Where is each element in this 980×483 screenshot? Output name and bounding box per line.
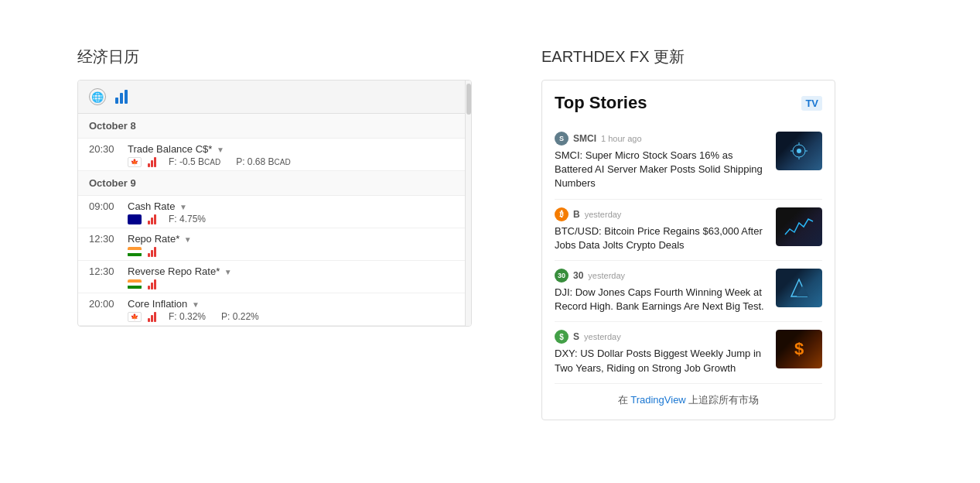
news-thumbnail-smci (776, 132, 822, 170)
event-top: 12:30 Repo Rate* ▼ (89, 233, 460, 245)
source-avatar-smci: S (555, 132, 569, 146)
calendar-toolbar: 🌐 (78, 80, 471, 114)
event-meta: F: -0.5 BCAD P: 0.68 BCAD (89, 156, 460, 167)
chart-icon (784, 215, 814, 238)
globe-icon[interactable]: 🌐 (89, 88, 106, 105)
event-values: F: 4.75% (169, 214, 206, 224)
left-panel: 经济日历 🌐 October 8 20:30 Trade Balance C$*… (77, 46, 480, 420)
flag-canada-2 (128, 312, 142, 322)
news-source-row: $ S yesterday (555, 330, 768, 344)
date-header-oct8: October 8 (78, 114, 471, 139)
source-label: SMCI (573, 133, 596, 144)
thumb-dxy-image: $ (776, 330, 822, 368)
news-source-row: 30 30 yesterday (555, 269, 768, 283)
impact-bars (148, 156, 156, 167)
right-panel: EARTHDEX FX 更新 Top Stories TV S SMCI 1 h… (541, 46, 903, 420)
event-name: Cash Rate ▼ (128, 200, 460, 212)
news-headline: SMCI: Super Micro Stock Soars 16% as Bat… (555, 149, 768, 191)
fx-title: EARTHDEX FX 更新 (541, 46, 903, 67)
source-avatar-btc: ₿ (555, 207, 569, 221)
source-time: yesterday (588, 271, 625, 280)
previous-value: P: 0.22% (221, 311, 259, 322)
date-header-oct9: October 9 (78, 171, 471, 196)
event-meta: F: 0.32% P: 0.22% (89, 311, 460, 322)
event-core-inflation: 20:00 Core Inflation ▼ F: 0.32% P: 0.22% (78, 293, 471, 326)
flag-india (128, 247, 142, 257)
event-values: F: -0.5 BCAD P: 0.68 BCAD (169, 156, 291, 167)
source-label: S (573, 331, 579, 342)
news-content: S SMCI 1 hour ago SMCI: Super Micro Stoc… (555, 132, 768, 191)
scroll-thumb[interactable] (466, 84, 471, 115)
news-source-row: ₿ B yesterday (555, 207, 768, 221)
tradingview-anchor[interactable]: TradingView (630, 394, 686, 406)
event-top: 12:30 Reverse Repo Rate* ▼ (89, 265, 460, 277)
calendar-body: October 8 20:30 Trade Balance C$* ▼ F: -… (78, 114, 471, 326)
event-time: 12:30 (89, 233, 121, 245)
svg-point-1 (797, 149, 801, 153)
news-item-dxy[interactable]: $ S yesterday DXY: US Dollar Posts Bigge… (555, 322, 822, 383)
forecast-value: F: 0.32% (169, 311, 206, 322)
tradingview-link: 在 TradingView 上追踪所有市场 (555, 393, 822, 407)
flag-india-2 (128, 279, 142, 289)
event-reverse-repo-rate: 12:30 Reverse Repo Rate* ▼ (78, 261, 471, 293)
event-name: Reverse Repo Rate* ▼ (128, 265, 460, 277)
source-avatar-dxy: $ (555, 330, 569, 344)
impact-bars (148, 311, 156, 322)
event-meta (89, 246, 460, 257)
event-meta (89, 279, 460, 289)
news-widget: Top Stories TV S SMCI 1 hour ago SMCI: S… (541, 80, 835, 420)
flag-australia (128, 214, 142, 224)
news-thumbnail-dxy: $ (776, 330, 822, 368)
event-time: 12:30 (89, 265, 121, 277)
event-time: 20:00 (89, 298, 121, 310)
news-item-smci[interactable]: S SMCI 1 hour ago SMCI: Super Micro Stoc… (555, 124, 822, 200)
event-top: 20:00 Core Inflation ▼ (89, 298, 460, 310)
tv-logo: TV (801, 96, 822, 111)
event-time: 20:30 (89, 143, 121, 155)
forecast-value: F: 4.75% (169, 214, 206, 224)
news-widget-title: Top Stories (555, 93, 647, 113)
economic-calendar-title: 经济日历 (77, 46, 480, 67)
thumb-btc-image (776, 207, 822, 246)
news-headline: DXY: US Dollar Posts Biggest Weekly Jump… (555, 347, 768, 375)
dollar-symbol: $ (794, 339, 804, 359)
event-cash-rate: 09:00 Cash Rate ▼ F: 4.75% (78, 196, 471, 228)
forecast-value: F: -0.5 BCAD (169, 156, 220, 167)
news-headline: BTC/USD: Bitcoin Price Regains $63,000 A… (555, 224, 768, 252)
event-time: 09:00 (89, 200, 121, 212)
event-name: Trade Balance C$* ▼ (128, 143, 460, 155)
impact-bars (148, 279, 156, 289)
mountain-icon (787, 276, 811, 300)
news-thumbnail-btc (776, 207, 822, 246)
bar-chart-icon[interactable] (115, 90, 128, 104)
thumb-dji-image (776, 269, 822, 307)
event-name: Core Inflation ▼ (128, 298, 460, 310)
scrollbar[interactable] (465, 80, 471, 326)
event-meta: F: 4.75% (89, 214, 460, 224)
main-layout: 经济日历 🌐 October 8 20:30 Trade Balance C$*… (77, 46, 903, 420)
event-repo-rate: 12:30 Repo Rate* ▼ (78, 228, 471, 261)
circuit-icon (787, 139, 811, 163)
event-top: 09:00 Cash Rate ▼ (89, 200, 460, 212)
source-time: 1 hour ago (601, 134, 642, 143)
news-content: 30 30 yesterday DJI: Dow Jones Caps Four… (555, 269, 768, 313)
news-header: Top Stories TV (555, 93, 822, 113)
news-item-btc[interactable]: ₿ B yesterday BTC/USD: Bitcoin Price Reg… (555, 200, 822, 261)
thumb-ai-image (776, 132, 822, 170)
impact-bars (148, 246, 156, 257)
event-trade-balance: 20:30 Trade Balance C$* ▼ F: -0.5 BCAD P… (78, 139, 471, 171)
calendar-widget: 🌐 October 8 20:30 Trade Balance C$* ▼ (77, 80, 472, 327)
event-values: F: 0.32% P: 0.22% (169, 311, 259, 322)
impact-bars (148, 214, 156, 224)
news-item-dji[interactable]: 30 30 yesterday DJI: Dow Jones Caps Four… (555, 261, 822, 322)
news-content: ₿ B yesterday BTC/USD: Bitcoin Price Reg… (555, 207, 768, 252)
source-avatar-dji: 30 (555, 269, 569, 283)
source-label: B (573, 209, 580, 220)
news-source-row: S SMCI 1 hour ago (555, 132, 768, 146)
source-time: yesterday (584, 332, 621, 341)
news-headline: DJI: Dow Jones Caps Fourth Winning Week … (555, 286, 768, 313)
news-content: $ S yesterday DXY: US Dollar Posts Bigge… (555, 330, 768, 375)
previous-value: P: 0.68 BCAD (236, 156, 291, 167)
flag-canada (128, 157, 142, 167)
event-top: 20:30 Trade Balance C$* ▼ (89, 143, 460, 155)
